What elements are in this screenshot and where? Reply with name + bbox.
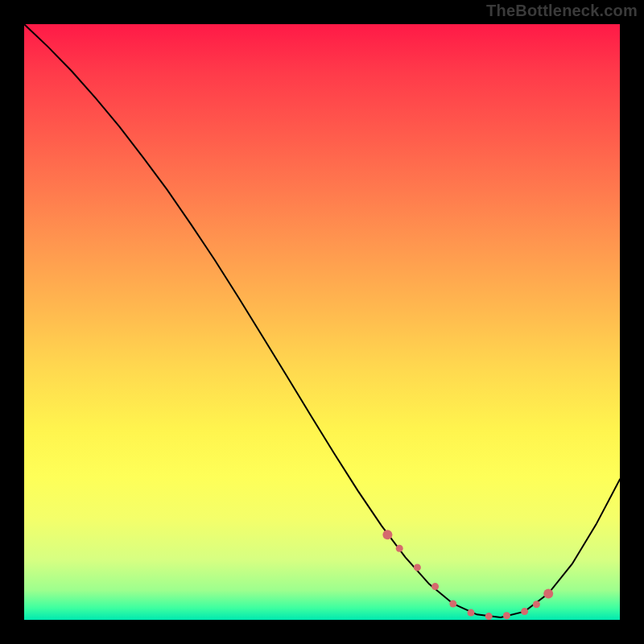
marker-point <box>485 613 493 620</box>
chart-frame: TheBottleneck.com <box>0 0 644 644</box>
marker-point <box>521 608 528 615</box>
marker-point <box>396 545 403 552</box>
marker-point <box>533 601 540 608</box>
marker-point <box>543 588 553 598</box>
curve-line <box>24 24 620 617</box>
watermark-text: TheBottleneck.com <box>486 2 638 20</box>
marker-point <box>414 564 421 571</box>
marker-point <box>431 583 439 590</box>
marker-point <box>468 609 475 617</box>
chart-svg <box>24 24 620 620</box>
plot-area <box>24 24 620 620</box>
marker-point <box>449 601 456 608</box>
marker-point <box>382 530 392 539</box>
marker-point <box>503 612 510 619</box>
marker-group <box>382 530 553 620</box>
